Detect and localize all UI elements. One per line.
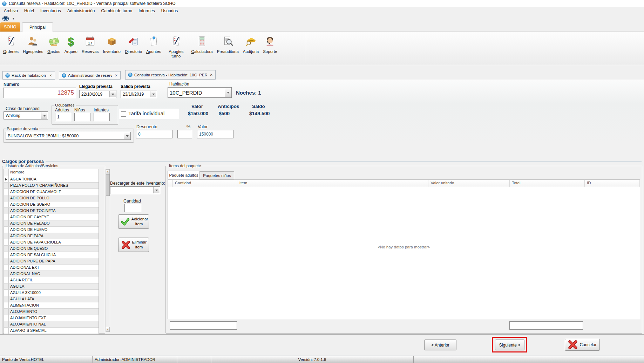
close-icon[interactable]: ✕	[115, 74, 118, 77]
list-item[interactable]: ADICCION DE GUACAMOLE	[4, 189, 99, 195]
dropdown-icon[interactable]	[41, 112, 47, 119]
list-scrollbar[interactable]: ▲ ▼	[106, 169, 110, 332]
habitacion-select[interactable]: 10C_PERDID	[168, 87, 232, 98]
ribbon-separator	[306, 34, 306, 63]
porcentaje-input[interactable]	[177, 130, 192, 138]
ribbon-tab-principal[interactable]: Principal	[22, 22, 53, 32]
list-item[interactable]: ADICCION DE SUERO	[4, 201, 99, 208]
menu-item-cambio-de-turno[interactable]: Cambio de turno	[98, 7, 135, 14]
ribbon-item-arqueo[interactable]: $Arqueo	[62, 32, 80, 65]
ribbon-item-auditoria[interactable]: Auditoria	[241, 32, 261, 65]
list-item[interactable]: PIZZA POLLO Y CHAMPIÑONES	[4, 183, 99, 189]
grid-selector-header[interactable]	[168, 180, 173, 187]
ninos-input[interactable]	[74, 113, 90, 121]
valor-paquete-input[interactable]: 150000	[197, 130, 233, 138]
document-tab-3[interactable]: Consulta reserva - Habitación: 10C_PERDI…	[125, 70, 216, 80]
ribbon-item-ordenes[interactable]: Ordenes	[1, 32, 21, 65]
valor-title: Valor	[191, 104, 203, 109]
ribbon-item-preauditoria[interactable]: Preauditoria	[215, 32, 241, 65]
document-tab-2[interactable]: Administración de reservas✕	[59, 71, 121, 80]
list-item[interactable]: ADICIONAL EXT	[4, 265, 99, 271]
ribbon-item-huespedes[interactable]: Huespedes	[21, 32, 45, 65]
row-selector	[4, 220, 9, 226]
list-item[interactable]: AGUILA LATA	[4, 296, 99, 302]
status-cell-1: Punto de Venta:HOTEL	[0, 356, 93, 363]
tab-paquete-adultos[interactable]: Paquete adultos	[168, 171, 200, 179]
cantidad-input[interactable]	[124, 204, 141, 212]
grid-column-total[interactable]: Total	[510, 180, 585, 187]
list-item[interactable]: ADICION DE CAYEYE	[4, 214, 99, 220]
dropdown-icon[interactable]	[109, 91, 116, 97]
clase-huesped-select[interactable]: Walking	[4, 111, 48, 119]
grid-column-cantidad[interactable]: Cantidad	[173, 180, 237, 187]
status-cell-5	[414, 356, 644, 363]
list-item[interactable]: ADICION PURE DE PAPA	[4, 258, 99, 265]
menu-item-usuarios[interactable]: Usuarios	[158, 7, 181, 14]
list-item[interactable]: ALOJAMIENTO	[4, 309, 99, 315]
adultos-input[interactable]: 1	[55, 113, 71, 121]
scrollbar-thumb[interactable]	[106, 174, 110, 196]
dropdown-icon[interactable]	[153, 187, 160, 193]
menu-item-archivo[interactable]: Archivo	[1, 7, 21, 14]
descuento-input[interactable]: 0	[136, 130, 172, 138]
ribbon-item-reservas[interactable]: 17Reservas	[80, 32, 101, 65]
infantes-input[interactable]	[94, 113, 110, 121]
list-item[interactable]: AGUILA 3X10000	[4, 290, 99, 296]
descargar-select[interactable]	[110, 186, 160, 194]
menu-item-hotel[interactable]: Hotel	[21, 7, 37, 14]
dropdown-icon[interactable]	[124, 132, 130, 139]
document-tab-1[interactable]: Rack de habitaciones✕	[2, 71, 55, 80]
eliminar-item-button[interactable]: Eliminar item	[118, 238, 149, 252]
paquete-venta-select[interactable]: BUNGALOW EXTR 150MIL: $150000	[6, 132, 131, 140]
ribbon-item-inventario[interactable]: Inventario	[101, 32, 123, 65]
list-item[interactable]: ADICION DE QUESO	[4, 246, 99, 252]
ribbon-item-apuntes-turno[interactable]: Apuntes turno	[163, 32, 189, 65]
list-item[interactable]: ALVARO´S SPECIAL	[4, 328, 99, 334]
list-item[interactable]: ADICIONAL NAC	[4, 271, 99, 277]
dropdown-icon[interactable]	[150, 91, 156, 97]
menu-item-informes[interactable]: Informes	[135, 7, 158, 14]
list-item[interactable]: ADICION DE HELADO	[4, 220, 99, 227]
eye-icon[interactable]	[2, 16, 9, 21]
list-item[interactable]: ADICION DE PAPA CRIOLLA	[4, 239, 99, 246]
list-item[interactable]: ALIMENTACION	[4, 302, 99, 309]
infantes-label: Infantes	[94, 108, 109, 112]
scroll-down-icon[interactable]: ▼	[106, 327, 110, 332]
close-icon[interactable]: ✕	[210, 73, 213, 77]
ribbon-item-gastos[interactable]: Gastos	[45, 32, 62, 65]
cancelar-button[interactable]: Cancelar	[565, 339, 600, 351]
ribbon-item-directorio[interactable]: Directorio	[123, 32, 144, 65]
numero-input[interactable]: 12875	[3, 88, 76, 98]
tab-paquetes-ninos[interactable]: Paquetes niños	[200, 171, 234, 179]
list-item[interactable]: AGUA TONICA	[4, 176, 99, 183]
ribbon-item-soporte[interactable]: Soporte	[261, 32, 279, 65]
ribbon-app-button[interactable]: SOHO	[0, 22, 20, 32]
list-item[interactable]: ADICION DE PAPA	[4, 233, 99, 239]
ribbon-item-calculadora[interactable]: Calculadora	[189, 32, 215, 65]
grid-footer-left-input[interactable]	[170, 321, 237, 330]
adicionar-item-button[interactable]: Adicionar item	[118, 214, 149, 229]
tarifa-individual-checkbox[interactable]	[121, 111, 126, 117]
ribbon-item-apuntes[interactable]: Apuntes	[144, 32, 163, 65]
list-item[interactable]: ADICCION DE TOCINETA	[4, 208, 99, 214]
menu-item-administraci-n[interactable]: Administración	[64, 7, 98, 14]
llegada-select[interactable]: 22/10/2019	[79, 90, 116, 98]
qat-dropdown-icon[interactable]: ▾	[13, 17, 14, 20]
grid-footer-right-input[interactable]	[509, 321, 583, 330]
scroll-up-icon[interactable]: ▲	[106, 169, 110, 174]
close-icon[interactable]: ✕	[49, 74, 52, 77]
list-item[interactable]: ADICION DE HUEVO	[4, 227, 99, 233]
anterior-button[interactable]: < Anterior	[424, 340, 456, 350]
list-item[interactable]: AGUILA	[4, 283, 99, 290]
list-item[interactable]: ADICION DE SALCHICHA	[4, 252, 99, 258]
menu-item-inventarios[interactable]: Inventarios	[37, 7, 64, 14]
list-item[interactable]: ALOJAMIENTO NAL	[4, 321, 99, 328]
dropdown-icon[interactable]	[225, 88, 231, 97]
grid-column-id[interactable]: ID	[585, 180, 640, 187]
grid-column-item[interactable]: Item	[237, 180, 429, 187]
list-item[interactable]: ALOJAMIENTO EXT	[4, 315, 99, 321]
list-item[interactable]: ADICCION DE POLLO	[4, 195, 99, 201]
salida-select[interactable]: 23/10/2019	[121, 90, 157, 98]
list-item[interactable]: AGUA REFIL	[4, 277, 99, 283]
grid-column-valor-unitario[interactable]: Valor unitario	[428, 180, 510, 187]
